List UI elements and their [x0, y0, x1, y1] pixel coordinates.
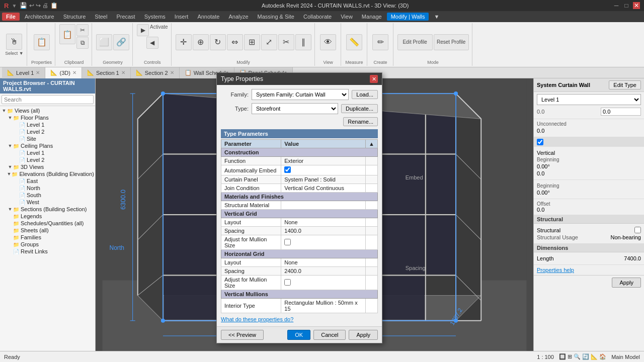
tree-item[interactable]: 📄East — [1, 177, 94, 185]
rp-offset-input[interactable] — [601, 108, 641, 116]
cut-button[interactable]: ✂ — [76, 24, 89, 36]
duplicate-button[interactable]: Duplicate... — [341, 104, 378, 113]
tree-item[interactable]: 📁Groups — [1, 241, 94, 248]
paste-button[interactable]: 📋 — [59, 24, 75, 44]
minimize-button[interactable]: ─ — [613, 2, 620, 9]
tree-item[interactable]: 📄Level 2 — [1, 128, 94, 135]
param-value-cell[interactable]: Vertical Grid Continuous — [281, 184, 366, 193]
rp-checkbox1[interactable] — [537, 139, 543, 145]
select-button[interactable]: 🖱 — [6, 34, 22, 50]
param-value-cell[interactable]: None — [281, 258, 366, 267]
array-btn[interactable]: ⊞ — [244, 34, 260, 50]
view-controls[interactable]: 🔲 ⊞ 🔍 🔄 📐 🏠 — [559, 353, 606, 360]
tree-item[interactable]: ▼📁Floor Plans — [1, 114, 94, 121]
menu-context[interactable]: ▼ — [430, 13, 443, 21]
search-input[interactable] — [2, 95, 94, 104]
tab-section1[interactable]: 📐 Section 1 ✕ — [82, 67, 131, 78]
activate-btn[interactable]: ▶ — [137, 24, 149, 36]
tree-item[interactable]: 📄Revit Links — [1, 248, 94, 255]
close-button[interactable]: ✕ — [633, 2, 640, 9]
tree-item[interactable]: 📄Site — [1, 135, 94, 142]
rp-apply-button[interactable]: Apply — [612, 278, 641, 288]
cancel-button[interactable]: Cancel — [313, 330, 346, 340]
apply-button[interactable]: Apply — [349, 330, 378, 340]
geometry-btn2[interactable]: 🔗 — [113, 34, 129, 50]
menu-file[interactable]: File — [2, 13, 20, 21]
geometry-btn1[interactable]: ⬜ — [96, 34, 112, 50]
copy-move-btn[interactable]: ⊕ — [193, 34, 209, 50]
trim-btn[interactable]: ✂ — [278, 34, 294, 50]
menu-analyze[interactable]: Analyze — [224, 13, 252, 21]
tree-item[interactable]: 📄West — [1, 199, 94, 206]
measure-btn[interactable]: 📏 — [346, 34, 362, 50]
menu-manage[interactable]: Manage — [358, 13, 386, 21]
tree-item[interactable]: ▼📁3D Views — [1, 163, 94, 170]
tree-item[interactable]: ▼📁Sections (Building Section) — [1, 206, 94, 213]
menu-precast[interactable]: Precast — [112, 13, 139, 21]
split-btn[interactable]: ∥ — [295, 34, 311, 50]
param-value-cell[interactable]: None — [281, 218, 366, 227]
tree-item[interactable]: ▼📁Views (all) — [1, 107, 94, 114]
reset-profile-btn[interactable]: Reset Profile — [434, 34, 469, 50]
menu-systems[interactable]: Systems — [140, 13, 170, 21]
rotate-btn[interactable]: ↻ — [210, 34, 226, 50]
param-value-cell[interactable]: Exterior — [281, 157, 366, 165]
copy-button[interactable]: ⧉ — [76, 37, 89, 49]
param-value-cell[interactable]: 1400.0 — [281, 227, 366, 235]
tree-item[interactable]: 📁Schedules/Quantities (all) — [1, 220, 94, 227]
menu-steel[interactable]: Steel — [91, 13, 111, 21]
properties-help-link[interactable]: Properties help — [537, 267, 574, 273]
window-controls[interactable]: ─ □ ✕ — [613, 2, 640, 9]
menu-insert[interactable]: Insert — [171, 13, 193, 21]
tree-item[interactable]: ▼📁Elevations (Building Elevation) — [1, 170, 94, 177]
rp-level-dropdown[interactable]: Level 1 — [537, 94, 641, 105]
tab-section2[interactable]: 📐 Section 2 ✕ — [131, 67, 180, 78]
param-checkbox[interactable] — [284, 279, 291, 286]
menu-annotate[interactable]: Annotate — [193, 13, 223, 21]
param-value-cell[interactable]: Rectangular Mullion : 50mm x 15 — [281, 299, 366, 313]
menu-massing[interactable]: Massing & Site — [254, 13, 298, 21]
rp-structural-checkbox[interactable] — [634, 227, 641, 233]
rename-button[interactable]: Rename... — [343, 117, 378, 126]
tab-section2-close[interactable]: ✕ — [170, 70, 174, 75]
tree-item[interactable]: 📄Level 1 — [1, 149, 94, 156]
tab-level1-close[interactable]: ✕ — [36, 70, 40, 75]
tree-item[interactable]: 📄Level 2 — [1, 156, 94, 163]
tree-item[interactable]: 📁Sheets (all) — [1, 227, 94, 234]
tree-item[interactable]: 📄Level 1 — [1, 121, 94, 128]
view-btn[interactable]: 👁 — [320, 34, 336, 50]
ok-button[interactable]: OK — [287, 330, 310, 340]
scale-btn[interactable]: ⤢ — [261, 34, 277, 50]
load-button[interactable]: Load... — [352, 90, 378, 99]
menu-view[interactable]: View — [337, 13, 357, 21]
properties-button[interactable]: 📋 — [34, 34, 50, 50]
tab-3d[interactable]: 📐 (3D) ✕ — [45, 67, 82, 78]
param-value-cell[interactable] — [281, 201, 366, 210]
param-checkbox[interactable] — [284, 166, 291, 173]
type-dropdown[interactable]: Storefront — [252, 103, 338, 114]
menu-structure[interactable]: Structure — [59, 13, 90, 21]
menu-architecture[interactable]: Architecture — [21, 13, 58, 21]
deactivate-btn[interactable]: ◀ — [146, 37, 158, 49]
move-btn[interactable]: ✛ — [176, 34, 192, 50]
properties-link[interactable]: What do these properties do? — [221, 316, 293, 322]
tree-item[interactable]: 📁Families — [1, 234, 94, 241]
param-checkbox[interactable] — [284, 239, 291, 245]
edit-profile-btn[interactable]: Edit Profile — [397, 34, 433, 50]
param-value-cell[interactable]: System Panel : Solid — [281, 175, 366, 184]
tab-level1[interactable]: 📐 Level 1 ✕ — [2, 67, 45, 78]
tree-item[interactable]: 📄South — [1, 192, 94, 199]
preview-button[interactable]: << Preview — [221, 330, 264, 340]
mirror-btn[interactable]: ⇔ — [227, 34, 243, 50]
tree-item[interactable]: 📁Legends — [1, 213, 94, 220]
tab-3d-close[interactable]: ✕ — [72, 70, 76, 75]
param-value-cell[interactable]: 2400.0 — [281, 267, 366, 276]
tab-section1-close[interactable]: ✕ — [121, 70, 125, 75]
edit-type-button[interactable]: Edit Type — [609, 80, 641, 89]
menu-collaborate[interactable]: Collaborate — [299, 13, 336, 21]
menu-modify[interactable]: Modify | Walls — [387, 13, 429, 21]
tree-item[interactable]: 📄North — [1, 185, 94, 192]
create-btn[interactable]: ✏ — [372, 34, 388, 50]
maximize-button[interactable]: □ — [623, 2, 630, 9]
dialog-close-button[interactable]: ✕ — [370, 75, 378, 83]
